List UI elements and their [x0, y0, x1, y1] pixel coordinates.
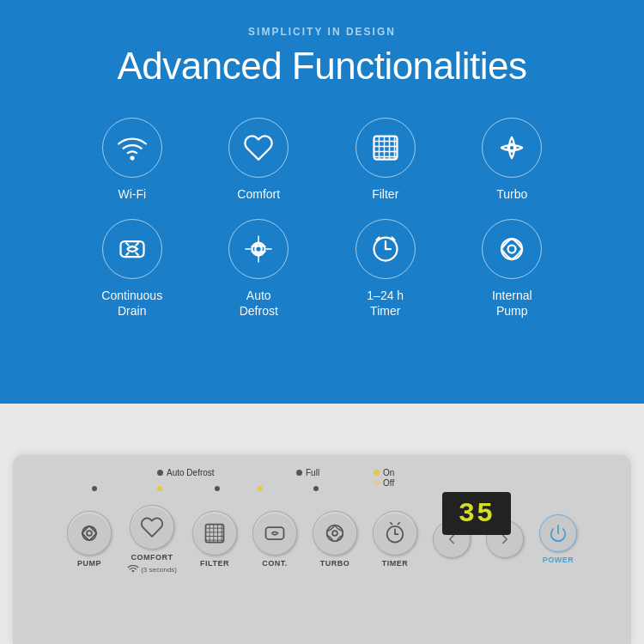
comfort-btn-label: COMFORT	[131, 553, 173, 562]
defrost-icon-circle	[228, 219, 289, 279]
feature-wifi: Wi-Fi	[73, 118, 191, 202]
pump-btn-icon	[77, 521, 101, 545]
filter-btn-circle[interactable]	[192, 511, 237, 556]
cont-btn-label: CONT.	[262, 559, 288, 568]
svg-point-19	[132, 571, 134, 572]
cont-button[interactable]: CONT.	[252, 511, 297, 568]
heart-icon	[243, 132, 274, 163]
timer-icon	[370, 234, 401, 264]
dot-yellow-wifi	[157, 486, 162, 491]
feature-turbo: Turbo	[453, 118, 572, 202]
cont-btn-circle[interactable]	[252, 511, 297, 556]
bottom-section: Auto Defrost Full On Off 35	[0, 404, 644, 644]
timer-icon-circle	[355, 219, 416, 279]
turbo-icon	[496, 132, 527, 163]
dot-yellow-center	[258, 486, 263, 491]
on-indicator-dot	[374, 470, 380, 476]
timer-btn-label: TIMER	[382, 559, 409, 568]
features-grid: Wi-Fi Comfort	[73, 118, 571, 319]
dot-center-right	[313, 486, 319, 491]
svg-point-18	[87, 531, 92, 536]
filter-btn-label: FILTER	[200, 559, 229, 568]
power-btn-circle[interactable]	[539, 514, 577, 552]
svg-rect-29	[266, 527, 284, 539]
power-btn-label: POWER	[543, 556, 574, 564]
wifi-icon-circle	[102, 118, 162, 178]
full-indicator-label: Full	[306, 468, 319, 477]
auto-defrost-label: AutoDefrost	[240, 288, 278, 319]
temperature-display: 35	[459, 498, 495, 530]
feature-auto-defrost: AutoDefrost	[200, 219, 319, 319]
dot-left	[92, 486, 97, 491]
comfort-label: Comfort	[237, 186, 280, 202]
feature-timer: 1–24 hTimer	[326, 219, 445, 319]
pump-btn-label: PUMP	[77, 559, 101, 568]
cont-btn-icon	[263, 521, 287, 545]
auto-defrost-indicator-label: Auto Defrost	[167, 468, 215, 477]
drain-icon-circle	[102, 219, 162, 279]
svg-rect-11	[120, 241, 143, 257]
comfort-button[interactable]: COMFORT (3 seconds)	[127, 505, 177, 574]
feature-continuous-drain: ContinuousDrain	[73, 219, 191, 319]
control-panel: Auto Defrost Full On Off 35	[13, 455, 631, 644]
svg-point-31	[332, 531, 337, 536]
filter-button[interactable]: FILTER	[192, 511, 237, 568]
turbo-label: Turbo	[496, 186, 527, 202]
svg-point-30	[327, 526, 343, 542]
continuous-drain-label: ContinuousDrain	[101, 288, 162, 319]
auto-defrost-indicator-dot	[157, 470, 163, 476]
svg-point-13	[256, 246, 263, 252]
drain-icon	[117, 234, 148, 264]
comfort-icon-circle	[228, 118, 289, 178]
timer-btn-circle[interactable]	[373, 511, 417, 556]
section-title: Advanced Functionalities	[117, 45, 526, 88]
turbo-icon-circle	[482, 118, 542, 178]
features-section: SIMPLICITY IN DESIGN Advanced Functional…	[0, 0, 644, 404]
svg-point-16	[508, 246, 516, 253]
dot-center-left	[215, 486, 220, 491]
section-subtitle: SIMPLICITY IN DESIGN	[248, 26, 396, 38]
feature-filter: Filter	[326, 118, 445, 202]
comfort-btn-icon	[140, 515, 164, 539]
filter-icon-circle	[355, 118, 416, 178]
power-icon	[549, 524, 568, 543]
defrost-icon	[243, 234, 274, 264]
pump-btn-circle[interactable]	[67, 511, 112, 556]
led-display: 35	[442, 492, 511, 535]
filter-icon	[370, 132, 401, 163]
wifi-label: Wi-Fi	[118, 186, 146, 202]
svg-rect-1	[374, 137, 397, 160]
comfort-btn-wifi-icon: (3 seconds)	[127, 565, 177, 574]
controls-row: PUMP COMFORT (3 seconds)	[30, 505, 614, 574]
off-indicator-dot	[374, 480, 380, 486]
timer-button[interactable]: TIMER	[373, 511, 417, 568]
filter-btn-icon	[203, 521, 227, 545]
full-indicator-dot	[296, 470, 302, 476]
timer-label: 1–24 hTimer	[367, 288, 404, 319]
timer-btn-icon	[383, 521, 407, 545]
pump-icon-circle	[482, 219, 542, 279]
pump-icon	[496, 234, 527, 264]
svg-point-15	[501, 239, 522, 259]
comfort-btn-circle[interactable]	[130, 505, 174, 550]
svg-point-12	[252, 243, 265, 256]
on-indicator-label: On	[383, 468, 394, 477]
pump-button[interactable]: PUMP	[67, 511, 112, 568]
feature-internal-pump: InternalPump	[453, 219, 572, 319]
internal-pump-label: InternalPump	[492, 288, 532, 319]
wifi-icon	[117, 132, 148, 163]
svg-point-17	[82, 526, 96, 540]
filter-label: Filter	[372, 186, 398, 202]
svg-rect-20	[206, 525, 224, 543]
svg-point-0	[131, 157, 133, 160]
turbo-btn-label: TURBO	[320, 559, 350, 568]
power-button[interactable]: POWER	[539, 514, 577, 564]
turbo-button[interactable]: TURBO	[313, 511, 357, 568]
turbo-btn-icon	[323, 521, 347, 545]
turbo-btn-circle[interactable]	[313, 511, 357, 556]
feature-comfort: Comfort	[200, 118, 319, 202]
